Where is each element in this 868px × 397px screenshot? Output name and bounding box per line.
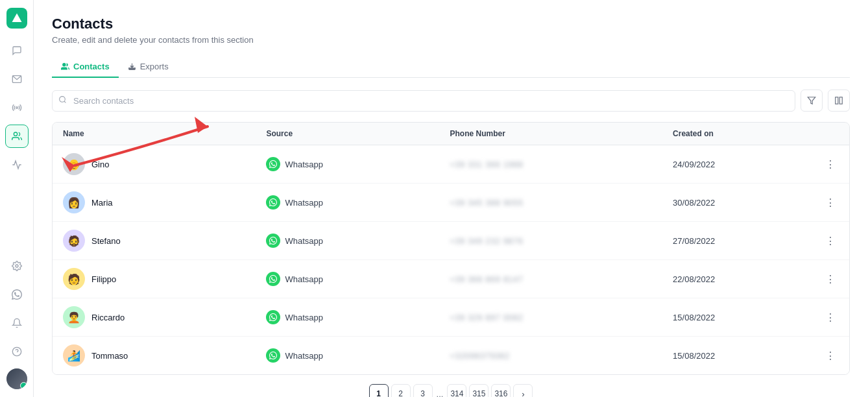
contact-avatar: 👴 xyxy=(63,153,85,175)
user-avatar[interactable] xyxy=(6,368,27,389)
created-date: 30/08/2022 xyxy=(662,184,812,222)
row-more-button[interactable]: ⋮ xyxy=(822,347,839,364)
content-area: Contacts Create, edit and delete your co… xyxy=(34,0,868,397)
sidebar-item-chat[interactable] xyxy=(5,39,29,62)
source-label: Whatsapp xyxy=(285,274,323,284)
sidebar-item-settings[interactable] xyxy=(5,254,29,278)
col-header-phone: Phone Number xyxy=(440,123,663,145)
contact-avatar: 🏄 xyxy=(63,344,85,367)
contact-avatar: 🧑 xyxy=(63,268,85,290)
source-cell: Whatsapp xyxy=(266,157,429,171)
search-icon xyxy=(58,95,67,106)
app-logo[interactable] xyxy=(6,8,27,29)
table-row: 🏄 Tommaso Whatsapp +32098375082 15/08/20… xyxy=(53,337,849,375)
page-title: Contacts xyxy=(52,16,850,32)
tab-contacts[interactable]: Contacts xyxy=(52,56,119,78)
sidebar-item-help[interactable] xyxy=(5,340,29,363)
page-btn-315[interactable]: 315 xyxy=(469,384,488,397)
table-row: 🧑 Filippo Whatsapp +39 368 869 8147 22/0… xyxy=(53,260,849,298)
tab-exports[interactable]: Exports xyxy=(119,56,178,78)
sidebar-item-analytics[interactable] xyxy=(5,153,29,176)
phone-number: +32098375082 xyxy=(450,352,510,361)
pagination: 1 2 3 ... 314 315 316 › xyxy=(52,375,850,397)
created-date: 27/08/2022 xyxy=(662,222,812,260)
contact-cell: 🧑‍🦱 Riccardo xyxy=(63,306,245,328)
created-date: 15/08/2022 xyxy=(662,337,812,375)
svg-marker-0 xyxy=(12,14,21,23)
col-header-source: Source xyxy=(256,123,439,145)
page-btn-316[interactable]: 316 xyxy=(491,384,511,397)
contact-name: Stefano xyxy=(91,236,121,246)
source-label: Whatsapp xyxy=(285,313,323,322)
whatsapp-icon xyxy=(266,348,280,363)
contacts-table: Name Source Phone Number Created on 👴 Gi… xyxy=(52,122,850,375)
page-btn-2[interactable]: 2 xyxy=(391,384,411,397)
phone-number: +39 345 388 9055 xyxy=(450,198,524,208)
columns-button[interactable] xyxy=(828,90,850,112)
sidebar-item-contacts[interactable] xyxy=(5,125,29,148)
search-input[interactable] xyxy=(52,90,795,112)
created-date: 15/08/2022 xyxy=(662,298,812,337)
sidebar-item-notifications[interactable] xyxy=(5,311,29,335)
tabs-bar: Contacts Exports xyxy=(52,56,850,78)
contact-cell: 🧑 Filippo xyxy=(63,268,245,290)
svg-point-7 xyxy=(63,64,66,66)
page-btn-314[interactable]: 314 xyxy=(447,384,466,397)
page-btn-3[interactable]: 3 xyxy=(413,384,433,397)
main-content: Contacts Create, edit and delete your co… xyxy=(34,0,868,397)
whatsapp-icon xyxy=(266,234,280,248)
contact-avatar: 👩 xyxy=(63,191,85,213)
whatsapp-icon xyxy=(266,310,280,324)
svg-point-2 xyxy=(16,107,18,109)
table-row: 👴 Gino Whatsapp +39 331 366 1988 24/09/2… xyxy=(53,145,849,184)
source-label: Whatsapp xyxy=(285,198,323,208)
svg-marker-11 xyxy=(808,97,815,104)
source-cell: Whatsapp xyxy=(266,348,429,363)
row-more-button[interactable]: ⋮ xyxy=(822,271,839,287)
whatsapp-icon xyxy=(266,272,280,286)
row-more-button[interactable]: ⋮ xyxy=(822,156,839,173)
svg-rect-13 xyxy=(839,97,842,104)
col-header-name: Name xyxy=(53,123,256,145)
table-row: 🧔 Stefano Whatsapp +39 349 232 9876 27/0… xyxy=(53,222,849,260)
row-more-button[interactable]: ⋮ xyxy=(822,194,839,211)
contact-cell: 👴 Gino xyxy=(63,153,245,175)
contact-avatar: 🧔 xyxy=(63,230,85,252)
source-cell: Whatsapp xyxy=(266,310,429,324)
svg-point-9 xyxy=(60,97,66,102)
contact-cell: 👩 Maria xyxy=(63,191,245,213)
row-more-button[interactable]: ⋮ xyxy=(822,232,839,249)
svg-point-4 xyxy=(16,265,18,267)
table-row: 🧑‍🦱 Riccardo Whatsapp +39 329 897 0082 1… xyxy=(53,298,849,337)
page-btn-1[interactable]: 1 xyxy=(369,384,389,397)
phone-number: +39 331 366 1988 xyxy=(450,160,524,169)
table-row: 👩 Maria Whatsapp +39 345 388 9055 30/08/… xyxy=(53,184,849,222)
source-cell: Whatsapp xyxy=(266,234,429,248)
contact-name: Tommaso xyxy=(91,351,128,361)
filter-button[interactable] xyxy=(801,90,823,112)
svg-line-10 xyxy=(64,101,66,102)
page-dots: ... xyxy=(435,389,445,398)
whatsapp-icon xyxy=(266,157,280,171)
sidebar-item-whatsapp[interactable] xyxy=(5,283,29,306)
svg-point-3 xyxy=(14,132,17,136)
sidebar-item-inbox[interactable] xyxy=(5,67,29,91)
contact-name: Riccardo xyxy=(91,313,125,322)
phone-number: +39 349 232 9876 xyxy=(450,237,524,246)
source-label: Whatsapp xyxy=(285,160,323,169)
sidebar-item-broadcast[interactable] xyxy=(5,96,29,119)
contact-name: Maria xyxy=(91,198,113,208)
search-input-wrap xyxy=(52,90,795,112)
contact-name: Gino xyxy=(91,160,109,169)
svg-rect-12 xyxy=(836,97,838,104)
col-header-actions xyxy=(812,123,849,145)
phone-number: +39 368 869 8147 xyxy=(450,275,524,284)
col-header-created: Created on xyxy=(662,123,812,145)
sidebar xyxy=(0,0,34,397)
sidebar-bottom xyxy=(5,254,29,389)
row-more-button[interactable]: ⋮ xyxy=(822,309,839,326)
page-next-button[interactable]: › xyxy=(513,384,533,397)
source-cell: Whatsapp xyxy=(266,272,429,286)
phone-number: +39 329 897 0082 xyxy=(450,313,524,322)
source-label: Whatsapp xyxy=(285,351,323,361)
